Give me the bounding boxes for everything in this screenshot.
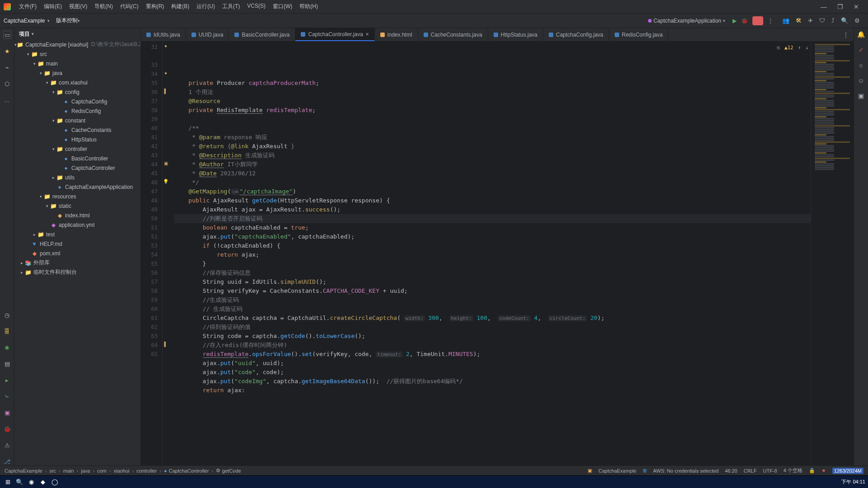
bookmarks-tool-icon[interactable]: ★	[3, 47, 11, 55]
code-line[interactable]: redisTemplate.opsForValue().set(verifyKe…	[174, 350, 854, 359]
tree-row[interactable]: ▾📁constant	[14, 116, 140, 125]
vcs-dropdown[interactable]: 版本控制	[56, 17, 78, 24]
code-line[interactable]: * @param response 响应	[174, 133, 854, 142]
tree-row[interactable]: ●CacheConstants	[14, 125, 140, 135]
aws-status-label[interactable]: AWS: No credentials selected	[653, 468, 719, 474]
services-tool-icon[interactable]: ◷	[3, 311, 11, 319]
code-line[interactable]: return ajax:	[174, 386, 854, 395]
breadcrumb-segment[interactable]: xiaohui	[114, 468, 130, 474]
editor-tab[interactable]: BasicController.java	[229, 28, 295, 41]
tree-row[interactable]: ▸📚外部库	[14, 258, 140, 267]
vcs-log-tool-icon[interactable]: ⎇	[3, 457, 11, 465]
more-actions-icon[interactable]: ⋮	[768, 18, 773, 24]
project-panel-header[interactable]: 项目 ▾	[14, 28, 140, 40]
git-tool-icon[interactable]: ⤷	[3, 392, 11, 400]
coverage-icon[interactable]: 🛡	[819, 17, 825, 24]
aws-project-icon[interactable]: ▣	[588, 468, 592, 474]
tree-chevron-icon[interactable]: ▾	[32, 61, 37, 66]
run-icon[interactable]: ▶	[733, 18, 737, 24]
project-dropdown[interactable]: CaptchaExample	[4, 18, 45, 24]
maven-tool-icon[interactable]: ✓	[859, 46, 864, 53]
minimize-icon[interactable]: —	[819, 3, 828, 10]
taskbar-search-icon[interactable]: 🔍	[14, 477, 24, 487]
menu-item[interactable]: 窗口(W)	[270, 2, 295, 11]
editor-tab[interactable]: UUID.java	[186, 28, 229, 41]
prev-highlight-icon[interactable]: ↑	[798, 43, 801, 52]
code-line[interactable]: private Producer captchaProducerMath;	[174, 79, 854, 88]
tree-chevron-icon[interactable]: ▸	[19, 270, 24, 275]
code-line[interactable]: * @Author IT小辉同学	[174, 160, 854, 169]
maximize-icon[interactable]: ❐	[835, 3, 845, 10]
search-icon[interactable]: 🔍	[841, 17, 848, 24]
menu-item[interactable]: VCS(S)	[244, 2, 268, 11]
tree-row[interactable]: ▸📁临时文件和控制台	[14, 267, 140, 277]
code-line[interactable]: //判断是否开启验证码	[174, 214, 854, 223]
code-line[interactable]: AjaxResult ajax = AjaxResult.success();	[174, 205, 854, 214]
breadcrumb-segment[interactable]: ● CaptchaController	[164, 468, 209, 474]
aws-project-label[interactable]: CaptchaExample	[598, 468, 636, 474]
tree-row[interactable]: ▾📁main	[14, 59, 140, 68]
more-tool-icon[interactable]: …	[3, 96, 11, 104]
tree-row[interactable]: ●CaptchaConfig	[14, 97, 140, 106]
terminal-tool-icon[interactable]: ▣	[3, 408, 11, 417]
tree-row[interactable]: ◆application.yml	[14, 220, 140, 230]
gradle-tool-icon[interactable]: ⬡	[3, 80, 11, 88]
inspection-widget[interactable]: ⦸ ▲12 ↑ ↓	[777, 43, 808, 52]
tree-chevron-icon[interactable]: ▾	[38, 71, 43, 75]
breadcrumb-segment[interactable]: CaptchaExample	[5, 468, 42, 474]
tree-row[interactable]: ▸📁utils	[14, 173, 140, 182]
tree-row[interactable]: ▼HELP.md	[14, 239, 140, 249]
editor-tab[interactable]: RedisConfig.java	[609, 28, 669, 41]
settings-icon[interactable]: ⚙	[854, 17, 860, 24]
code-line[interactable]: ajax.put("captchaEnabled", captchaEnable…	[174, 232, 854, 241]
tree-row[interactable]: ▾📁com.xiaohui	[14, 78, 140, 87]
menu-item[interactable]: 导航(N)	[92, 2, 116, 11]
code-line[interactable]: CircleCaptcha captcha = CaptchaUtil.crea…	[174, 314, 854, 323]
tree-row[interactable]: ▸📁test	[14, 230, 140, 239]
editor-tab[interactable]: CacheConstants.java	[418, 28, 488, 41]
menu-item[interactable]: 视图(V)	[66, 2, 90, 11]
stop-icon[interactable]	[752, 16, 763, 25]
tree-row[interactable]: ◆index.html	[14, 211, 140, 220]
breadcrumb-segment[interactable]: src	[49, 468, 56, 474]
taskbar-clock[interactable]: 下午 04:11	[841, 479, 865, 485]
code-line[interactable]: public AjaxResult getCode(HttpServletRes…	[174, 196, 854, 205]
code-line[interactable]: String uuid = IdUtils.simpleUUID();	[174, 277, 854, 286]
build-icon[interactable]: 🛠	[796, 17, 802, 24]
editor-tab[interactable]: HttpStatus.java	[488, 28, 543, 41]
menu-item[interactable]: 工具(T)	[219, 2, 243, 11]
structure-tool-icon[interactable]: ⌁	[3, 63, 11, 71]
code-line[interactable]: * @Date 2023/06/12	[174, 169, 854, 178]
tree-row[interactable]: ●CaptchaController	[14, 163, 140, 173]
code-area[interactable]: 3233343536373839404142434445464748495051…	[141, 42, 854, 465]
tree-row[interactable]: ▾📁config	[14, 87, 140, 97]
tree-row[interactable]: ●HttpStatus	[14, 135, 140, 144]
database-tool-icon[interactable]: 🗄	[3, 327, 11, 335]
code-line[interactable]: if (!captchaEnabled) {	[174, 241, 854, 250]
tree-chevron-icon[interactable]: ▾	[44, 204, 50, 208]
error-indicator-icon[interactable]: ★	[821, 468, 826, 474]
code-line[interactable]: //得到验证码的值	[174, 323, 854, 332]
menu-item[interactable]: 运行(U)	[194, 2, 218, 11]
breadcrumb-segment[interactable]: com	[97, 468, 107, 474]
menu-item[interactable]: 编辑(E)	[41, 2, 65, 11]
hide-inspection-icon[interactable]: ⦸	[777, 43, 780, 52]
chrome-icon[interactable]: ◯	[50, 477, 60, 487]
tree-row[interactable]: ◆pom.xml	[14, 249, 140, 258]
tab-more-icon[interactable]: ⋮	[843, 31, 849, 38]
code-line[interactable]: //生成验证码	[174, 296, 854, 305]
code-body[interactable]: ⦸ ▲12 ↑ ↓ private Producer captchaProduc…	[169, 42, 854, 465]
menu-item[interactable]: 构建(B)	[168, 2, 192, 11]
tree-row[interactable]: ▾📁resources	[14, 192, 140, 201]
tree-row[interactable]: ▾📁CaptchaExample [xiaohui]D:\教学文件\Java\9…	[14, 40, 140, 49]
breadcrumb-segment[interactable]: java	[81, 468, 90, 474]
tree-chevron-icon[interactable]: ▸	[32, 232, 37, 237]
tree-chevron-icon[interactable]: ▾	[51, 90, 56, 94]
code-line[interactable]: ajax.put("codeImg", captcha.getImageBase…	[174, 377, 854, 386]
debug-icon[interactable]: 🐞	[741, 18, 748, 24]
tree-row[interactable]: ▾📁controller	[14, 144, 140, 154]
aws-status-icon[interactable]: ⊞	[643, 468, 647, 474]
menu-item[interactable]: 重构(R)	[143, 2, 167, 11]
edge-icon[interactable]: ◉	[26, 477, 36, 487]
menu-item[interactable]: 代码(C)	[117, 2, 141, 11]
